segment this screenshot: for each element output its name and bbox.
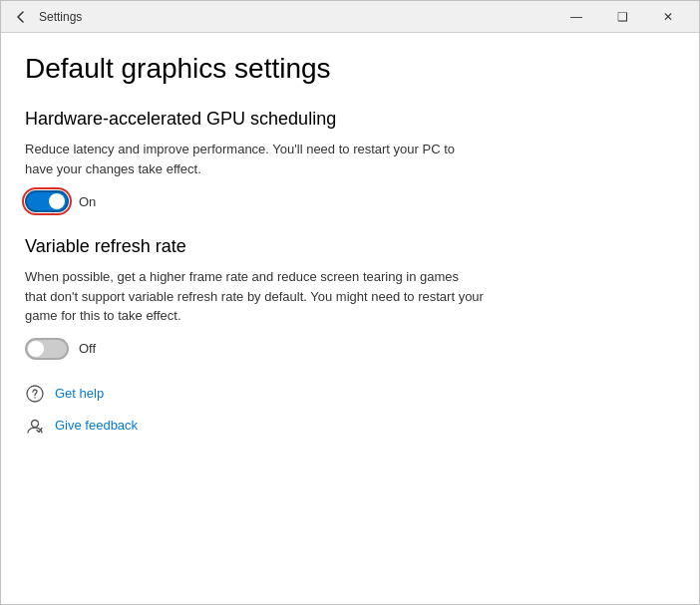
gpu-scheduling-toggle[interactable]: [25, 190, 69, 212]
vr-toggle-label: Off: [79, 341, 96, 356]
svg-point-2: [32, 420, 39, 427]
gpu-scheduling-description: Reduce latency and improve performance. …: [25, 140, 484, 178]
window-title: Settings: [39, 10, 553, 24]
get-help-link[interactable]: Get help: [55, 386, 104, 401]
get-help-item[interactable]: Get help: [25, 384, 675, 404]
gpu-toggle-thumb: [49, 193, 65, 209]
vr-toggle-thumb: [28, 341, 44, 357]
give-feedback-icon: [25, 416, 45, 436]
titlebar: Settings — ❑ ✕: [1, 1, 699, 33]
gpu-scheduling-title: Hardware-accelerated GPU scheduling: [25, 109, 675, 130]
give-feedback-link[interactable]: Give feedback: [55, 418, 138, 433]
svg-point-1: [34, 397, 35, 398]
give-feedback-item[interactable]: Give feedback: [25, 416, 675, 436]
variable-refresh-toggle-row: Off: [25, 338, 675, 360]
gpu-scheduling-section: Hardware-accelerated GPU scheduling Redu…: [25, 109, 675, 212]
get-help-icon: [25, 384, 45, 404]
page-title: Default graphics settings: [25, 53, 675, 85]
minimize-button[interactable]: —: [553, 1, 599, 33]
variable-refresh-toggle[interactable]: [25, 338, 69, 360]
variable-refresh-description: When possible, get a higher frame rate a…: [25, 267, 484, 326]
main-content: Default graphics settings Hardware-accel…: [1, 33, 699, 604]
close-button[interactable]: ✕: [645, 1, 691, 33]
help-section: Get help Give feedback: [25, 384, 675, 436]
variable-refresh-section: Variable refresh rate When possible, get…: [25, 236, 675, 360]
gpu-toggle-label: On: [79, 194, 96, 209]
settings-window: Settings — ❑ ✕ Default graphics settings…: [0, 0, 700, 605]
back-button[interactable]: [9, 5, 33, 29]
variable-refresh-title: Variable refresh rate: [25, 236, 675, 257]
window-controls: — ❑ ✕: [553, 1, 691, 33]
gpu-scheduling-toggle-row: On: [25, 190, 675, 212]
maximize-button[interactable]: ❑: [599, 1, 645, 33]
